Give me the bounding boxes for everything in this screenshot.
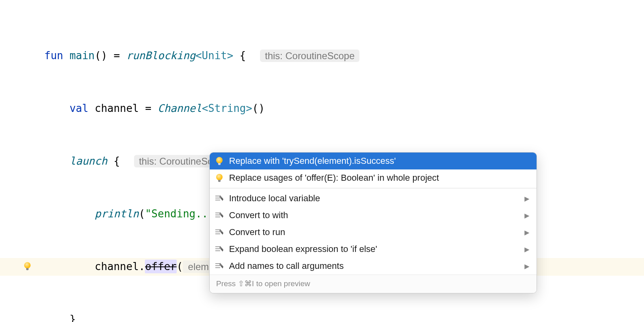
gutter-intention-bulb-icon[interactable] xyxy=(23,258,31,276)
intention-action-item[interactable]: Add names to call arguments▶ xyxy=(210,258,537,275)
code-line[interactable]: } xyxy=(0,311,644,322)
intention-action-item[interactable]: Replace with 'trySend(element).isSuccess… xyxy=(210,153,537,169)
intention-action-item[interactable]: Convert to with▶ xyxy=(210,207,537,224)
lightbulb-icon xyxy=(215,157,223,165)
intention-action-label: Expand boolean expression to 'if else' xyxy=(229,244,377,254)
intention-action-icon xyxy=(215,228,223,236)
deprecated-call: offer xyxy=(145,260,176,273)
intention-action-label: Introduce local variable xyxy=(229,193,320,204)
intention-action-icon xyxy=(215,262,223,270)
intention-action-icon xyxy=(215,211,223,219)
intention-action-icon xyxy=(215,194,223,202)
keyword-fun: fun xyxy=(44,50,63,62)
chevron-right-icon: ▶ xyxy=(524,195,529,202)
call-runblocking: runBlocking xyxy=(126,50,196,62)
popup-footer-hint: Press ⇧⌘I to open preview xyxy=(210,275,537,293)
function-name: main xyxy=(70,50,95,62)
code-line[interactable]: fun main() = runBlocking<Unit> { this: C… xyxy=(0,47,644,65)
popup-separator xyxy=(210,188,537,188)
intention-action-label: Add names to call arguments xyxy=(229,261,344,271)
chevron-right-icon: ▶ xyxy=(524,229,529,236)
chevron-right-icon: ▶ xyxy=(524,262,529,270)
chevron-right-icon: ▶ xyxy=(524,246,529,253)
intention-action-label: Convert to with xyxy=(229,210,288,221)
lightbulb-icon xyxy=(215,174,223,182)
intention-action-item[interactable]: Replace usages of 'offer(E): Boolean' in… xyxy=(210,169,537,186)
intention-actions-popup[interactable]: Replace with 'trySend(element).isSuccess… xyxy=(209,152,537,293)
inlay-hint: this: CoroutineScope xyxy=(260,50,359,62)
intention-action-item[interactable]: Expand boolean expression to 'if else'▶ xyxy=(210,241,537,258)
code-line[interactable]: val channel = Channel<String>() xyxy=(0,100,644,118)
intention-action-label: Replace usages of 'offer(E): Boolean' in… xyxy=(229,173,439,183)
intention-action-label: Replace with 'trySend(element).isSuccess… xyxy=(229,156,396,166)
chevron-right-icon: ▶ xyxy=(524,212,529,219)
intention-action-icon xyxy=(215,245,223,253)
intention-action-label: Convert to run xyxy=(229,227,285,237)
intention-action-item[interactable]: Introduce local variable▶ xyxy=(210,190,537,207)
intention-action-item[interactable]: Convert to run▶ xyxy=(210,224,537,241)
